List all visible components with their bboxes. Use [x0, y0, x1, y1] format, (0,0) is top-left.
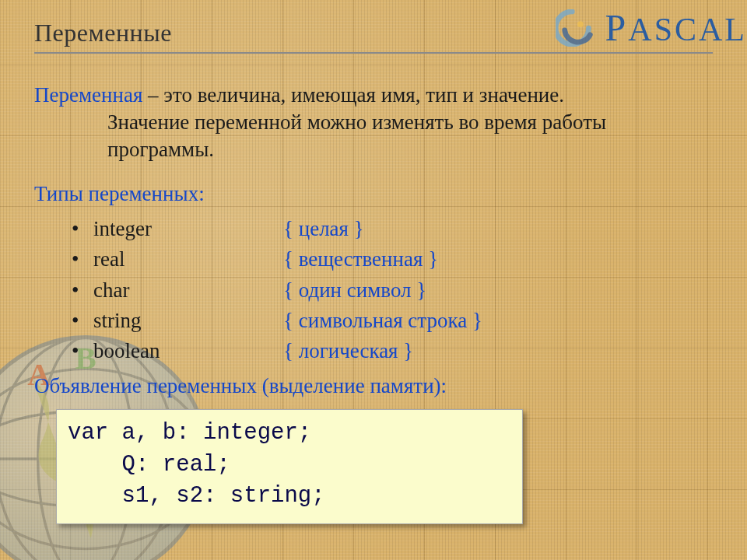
title-rule [34, 52, 713, 54]
type-comment: { вещественная } [283, 244, 438, 275]
type-list-item: • char { один символ } [72, 275, 713, 306]
pascal-logo-icon [556, 9, 601, 47]
bullet-icon: • [72, 244, 93, 275]
type-name: integer [93, 214, 283, 244]
bullet-icon: • [72, 336, 93, 366]
definition-term: Переменная [34, 83, 142, 107]
type-name: string [93, 306, 283, 336]
definition-paragraph: Переменная – это величина, имеющая имя, … [34, 82, 713, 163]
definition-line3: программы. [34, 136, 713, 163]
bullet-icon: • [72, 275, 93, 306]
definition-line1: это величина, имеющая имя, тип и значени… [163, 83, 564, 107]
code-block: var a, b: integer; Q: real; s1, s2: stri… [56, 409, 523, 524]
definition-line2: Значение переменной можно изменять во вр… [34, 109, 713, 136]
svg-point-8 [577, 21, 584, 27]
bullet-icon: • [72, 214, 93, 244]
type-comment: { один символ } [283, 275, 426, 306]
type-name: boolean [93, 336, 283, 366]
type-list-item: • real { вещественная } [72, 244, 713, 275]
bullet-icon: • [72, 306, 93, 336]
type-comment: { целая } [283, 214, 364, 244]
definition-dash: – [142, 83, 163, 107]
pascal-logo-text: PASCAL [605, 6, 747, 49]
types-heading: Типы переменных: [34, 182, 713, 206]
type-name: real [93, 244, 283, 275]
pascal-logo: PASCAL [556, 6, 747, 49]
declaration-heading: Объявление переменных (выделение памяти)… [34, 374, 713, 398]
type-list-item: • integer { целая } [72, 214, 713, 244]
type-list-item: • boolean { логическая } [72, 336, 713, 366]
type-comment: { символьная строка } [283, 306, 482, 336]
type-list-item: • string { символьная строка } [72, 306, 713, 336]
type-name: char [93, 275, 283, 306]
type-list: • integer { целая } • real { вещественна… [34, 214, 713, 366]
type-comment: { логическая } [283, 336, 413, 366]
slide-content: Переменные Переменная – это величина, им… [0, 0, 747, 560]
